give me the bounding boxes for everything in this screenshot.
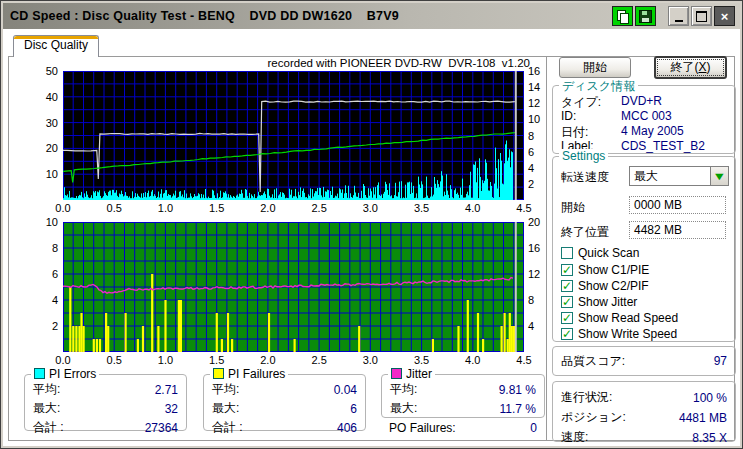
checkbox-icon <box>561 328 573 340</box>
status-row: 進行状況:100 % <box>553 382 735 406</box>
pi-errors-panel-title: PI Errors <box>31 367 99 381</box>
minimize-icon <box>675 20 683 22</box>
checkbox-icon <box>561 280 573 292</box>
transfer-speed-select[interactable]: 最大 ▼ <box>629 166 729 186</box>
po-failures-label: PO Failures: <box>389 421 456 435</box>
start-position-field[interactable]: 0000 MB <box>629 196 726 214</box>
settings-group: Settings 転送速度 最大 ▼ 開始 0000 MB 終了位置 4482 … <box>552 156 736 342</box>
maximize-icon <box>696 11 707 22</box>
pi-failures-panel: PI Failures 平均:0.04 最大:6 合計 :406 <box>203 374 366 431</box>
quality-score-value: 97 <box>714 354 727 368</box>
cd-speed-window: { "titlebar": { "title": "CD Speed : Dis… <box>0 0 743 449</box>
quality-score-group: 品質スコア: 97 <box>552 346 736 376</box>
jitter-panel: Jitter 平均:9.81 % 最大:11.7 % <box>381 374 545 418</box>
transfer-speed-label: 転送速度 <box>561 169 609 186</box>
checkbox-show-c1-pie[interactable]: Show C1/PIE <box>561 263 649 277</box>
status-row: ポジション:4481 MB <box>553 406 735 426</box>
checkbox-icon <box>561 312 573 324</box>
end-position-label: 終了位置 <box>561 224 609 241</box>
save-button[interactable] <box>635 6 656 26</box>
pi-errors-legend-swatch <box>34 368 45 379</box>
window-title: CD Speed : Disc Quality Test - BENQ DVD … <box>3 9 399 23</box>
checkbox-icon <box>561 264 573 276</box>
dropdown-button[interactable]: ▼ <box>710 167 728 185</box>
status-row: 速度:8.35 X <box>553 426 735 446</box>
checkbox-icon <box>561 296 573 308</box>
status-group: 進行状況:100 % ポジション:4481 MB 速度:8.35 X <box>552 381 736 442</box>
transfer-speed-value: 最大 <box>630 168 710 185</box>
titlebar: CD Speed : Disc Quality Test - BENQ DVD … <box>3 3 740 29</box>
end-position-field[interactable]: 4482 MB <box>629 221 726 239</box>
save-icon <box>639 10 652 23</box>
copy-icon <box>617 10 628 22</box>
disc-info-group: ディスク情報 タイプ: DVD+R ID: MCC 003 日付: 4 May … <box>552 85 736 154</box>
copy-button[interactable] <box>612 6 633 26</box>
checkbox-show-write-speed[interactable]: Show Write Speed <box>561 327 677 341</box>
checkbox-icon <box>561 247 573 259</box>
tab-disc-quality[interactable]: Disc Quality <box>13 35 99 57</box>
pi-failures-panel-title: PI Failures <box>210 367 288 381</box>
quality-score-label: 品質スコア: <box>561 353 625 370</box>
close-button[interactable]: × <box>714 6 735 26</box>
minimize-button[interactable] <box>668 6 689 26</box>
po-failures-row: PO Failures: 0 <box>389 421 537 435</box>
checkbox-quick-scan[interactable]: Quick Scan <box>561 246 639 260</box>
pi-errors-chart <box>63 71 524 200</box>
vertical-divider <box>546 57 550 440</box>
checkbox-show-c2-pif[interactable]: Show C2/PIF <box>561 279 649 293</box>
settings-title: Settings <box>559 149 608 163</box>
exit-button[interactable]: 終了(X) <box>654 56 727 79</box>
chevron-down-icon: ▼ <box>712 171 726 182</box>
start-position-label: 開始 <box>561 199 585 216</box>
disc-info-title: ディスク情報 <box>559 78 638 95</box>
pi-errors-panel: PI Errors 平均:2.71 最大:32 合計 :27364 <box>24 374 187 431</box>
titlebar-buttons: × <box>612 6 740 26</box>
checkbox-show-read-speed[interactable]: Show Read Speed <box>561 311 678 325</box>
checkbox-show-jitter[interactable]: Show Jitter <box>561 295 637 309</box>
recorded-with-note: recorded with PIONEER DVD-RW DVR-108 v1.… <box>250 57 530 69</box>
jitter-panel-title: Jitter <box>388 367 435 381</box>
pi-failures-jitter-chart <box>63 222 524 352</box>
po-failures-value: 0 <box>530 421 537 435</box>
jitter-legend-swatch <box>391 368 402 379</box>
close-icon: × <box>721 10 729 23</box>
pi-failures-legend-swatch <box>213 368 224 379</box>
maximize-button[interactable] <box>691 6 712 26</box>
start-button[interactable]: 開始 <box>559 57 631 78</box>
